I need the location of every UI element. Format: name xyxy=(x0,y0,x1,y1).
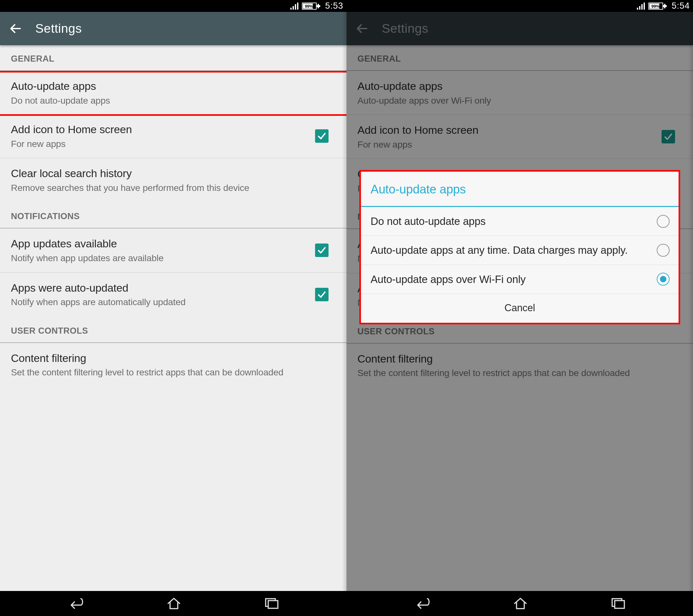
page-title: Settings xyxy=(35,21,82,36)
section-header-user-controls: USER CONTROLS xyxy=(0,316,346,343)
setting-subtitle: Remove searches that you have performed … xyxy=(11,182,336,194)
dialog-title: Auto-update apps xyxy=(361,172,678,207)
statusbar: 99% 5:54 xyxy=(346,0,693,12)
svg-text:99%: 99% xyxy=(652,4,660,9)
phone-right: 99% 5:54 Settings GENERAL Auto-update ap… xyxy=(346,0,693,616)
navbar xyxy=(346,591,693,616)
checkbox-checked-icon[interactable] xyxy=(315,288,329,301)
nav-back-icon[interactable] xyxy=(414,597,430,610)
option-label: Auto-update apps over Wi-Fi only xyxy=(371,273,650,286)
nav-back-icon[interactable] xyxy=(67,597,83,610)
setting-subtitle: Notify when app updates are available xyxy=(11,253,309,264)
battery-icon: 99% xyxy=(302,3,322,9)
actionbar: Settings xyxy=(0,12,346,45)
svg-rect-10 xyxy=(268,601,278,608)
setting-apps-auto-updated[interactable]: Apps were auto-updated Notify when apps … xyxy=(0,273,346,316)
setting-subtitle: For new apps xyxy=(11,138,309,150)
radio-unselected-icon[interactable] xyxy=(657,244,670,257)
setting-add-icon-home[interactable]: Add icon to Home screen For new apps xyxy=(0,114,346,158)
setting-title: Clear local search history xyxy=(11,166,336,180)
svg-rect-2 xyxy=(295,4,296,9)
setting-title: App updates available xyxy=(11,237,309,251)
section-header-general: GENERAL xyxy=(0,45,346,71)
navbar xyxy=(0,591,346,616)
section-header-notifications: NOTIFICATIONS xyxy=(0,202,346,228)
option-label: Do not auto-update apps xyxy=(371,215,650,228)
setting-subtitle: Set the content filtering level to restr… xyxy=(11,367,336,378)
svg-rect-19 xyxy=(663,5,667,7)
dialog-cancel-button[interactable]: Cancel xyxy=(361,294,678,323)
setting-clear-search-history[interactable]: Clear local search history Remove search… xyxy=(0,158,346,202)
svg-rect-12 xyxy=(639,6,640,9)
radio-unselected-icon[interactable] xyxy=(657,215,670,228)
setting-app-updates-available[interactable]: App updates available Notify when app up… xyxy=(0,228,346,272)
dialog-auto-update-apps: Auto-update apps Do not auto-update apps… xyxy=(359,170,680,324)
settings-content: GENERAL Auto-update apps Do not auto-upd… xyxy=(0,45,346,591)
dialog-option-do-not-update[interactable]: Do not auto-update apps xyxy=(361,207,678,236)
setting-title: Auto-update apps xyxy=(11,79,336,93)
setting-auto-update-apps[interactable]: Auto-update apps Do not auto-update apps xyxy=(0,71,346,116)
svg-rect-14 xyxy=(644,3,645,9)
svg-text:99%: 99% xyxy=(305,4,314,9)
back-arrow-icon[interactable] xyxy=(9,22,22,35)
svg-rect-0 xyxy=(290,8,292,9)
setting-title: Add icon to Home screen xyxy=(11,123,309,136)
svg-rect-21 xyxy=(615,601,624,608)
checkbox-checked-icon[interactable] xyxy=(315,129,329,143)
svg-rect-13 xyxy=(641,4,642,9)
svg-rect-3 xyxy=(297,3,298,9)
setting-subtitle: Notify when apps are automatically updat… xyxy=(11,296,309,308)
radio-selected-icon[interactable] xyxy=(657,273,670,285)
nav-home-icon[interactable] xyxy=(167,597,181,610)
svg-rect-11 xyxy=(637,8,638,9)
dialog-option-any-time[interactable]: Auto-update apps at any time. Data charg… xyxy=(361,236,678,265)
clock-text: 5:54 xyxy=(672,1,690,11)
battery-icon: 99% xyxy=(648,3,668,9)
dialog-option-wifi-only[interactable]: Auto-update apps over Wi-Fi only xyxy=(361,265,678,294)
setting-subtitle: Do not auto-update apps xyxy=(11,95,336,106)
setting-title: Apps were auto-updated xyxy=(11,281,309,295)
nav-home-icon[interactable] xyxy=(513,597,528,610)
phone-left: 99% 5:53 Settings GENERAL Auto-update ap… xyxy=(0,0,346,616)
statusbar: 99% 5:53 xyxy=(0,0,346,12)
checkbox-checked-icon[interactable] xyxy=(315,243,329,257)
nav-recent-icon[interactable] xyxy=(264,597,279,610)
clock-text: 5:53 xyxy=(325,1,343,11)
nav-recent-icon[interactable] xyxy=(611,597,626,610)
option-label: Auto-update apps at any time. Data charg… xyxy=(371,243,650,257)
signal-icon xyxy=(290,3,299,9)
svg-rect-1 xyxy=(293,6,294,9)
setting-title: Content filtering xyxy=(11,351,336,365)
setting-content-filtering[interactable]: Content filtering Set the content filter… xyxy=(0,343,346,386)
signal-icon xyxy=(637,3,645,9)
svg-rect-8 xyxy=(316,5,320,7)
